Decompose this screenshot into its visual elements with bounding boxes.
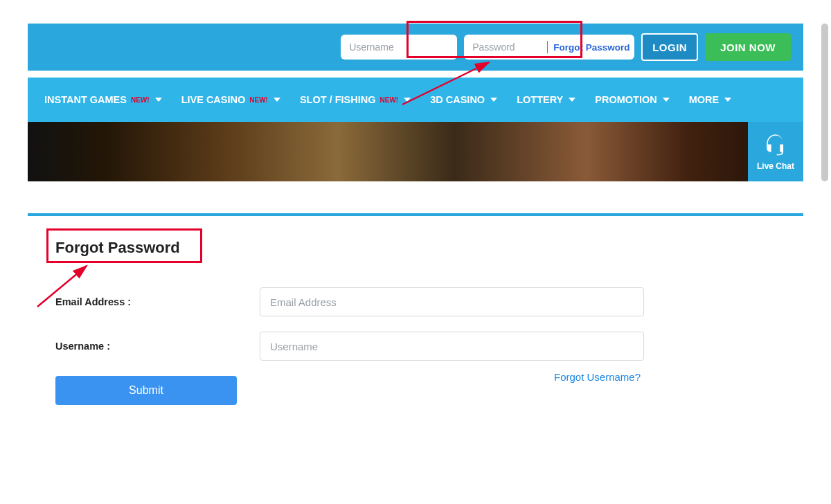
new-badge: NEW! xyxy=(380,96,399,104)
chevron-down-icon xyxy=(663,98,670,102)
nav-label: PROMOTION xyxy=(595,94,656,105)
form-row-email: Email Address : xyxy=(55,287,776,316)
nav-label: SLOT / FISHING xyxy=(300,94,376,105)
nav-label: MORE xyxy=(689,94,720,105)
nav-live-casino[interactable]: LIVE CASINO NEW! xyxy=(181,94,280,105)
nav-label: LIVE CASINO xyxy=(181,94,246,105)
chevron-down-icon xyxy=(569,98,575,102)
username-input[interactable] xyxy=(341,35,457,60)
accent-divider xyxy=(28,213,803,216)
login-button[interactable]: LOGIN xyxy=(641,33,698,61)
form-row-submit: Submit xyxy=(55,376,776,405)
chevron-down-icon xyxy=(490,98,497,102)
nav-slot-fishing[interactable]: SLOT / FISHING NEW! xyxy=(300,94,411,105)
username-form-input[interactable] xyxy=(260,332,644,361)
chevron-down-icon xyxy=(274,98,280,102)
nav-bar: INSTANT GAMES NEW! LIVE CASINO NEW! SLOT… xyxy=(28,78,803,122)
nav-label: 3D CASINO xyxy=(430,94,485,105)
nav-label: INSTANT GAMES xyxy=(44,94,127,105)
nav-3d-casino[interactable]: 3D CASINO xyxy=(430,94,497,105)
username-label: Username : xyxy=(55,341,260,352)
chevron-down-icon xyxy=(724,98,731,102)
nav-promotion[interactable]: PROMOTION xyxy=(595,94,669,105)
forgot-password-form: Email Address : Username : Submit xyxy=(55,287,776,405)
email-label: Email Address : xyxy=(55,296,260,307)
forgot-username-link[interactable]: Forgot Username? xyxy=(554,371,641,383)
live-chat-label: Live Chat xyxy=(757,161,794,171)
live-chat-button[interactable]: Live Chat xyxy=(748,122,803,181)
chevron-down-icon xyxy=(404,98,411,102)
chevron-down-icon xyxy=(155,98,162,102)
submit-button[interactable]: Submit xyxy=(55,376,237,405)
password-input[interactable] xyxy=(472,42,542,53)
form-row-username: Username : xyxy=(55,332,776,361)
nav-more[interactable]: MORE xyxy=(689,94,732,105)
scrollbar-thumb[interactable] xyxy=(821,24,828,181)
top-bar: Forgot Password LOGIN JOIN NOW xyxy=(28,24,803,71)
new-badge: NEW! xyxy=(249,96,268,104)
join-now-button[interactable]: JOIN NOW xyxy=(705,33,791,61)
new-badge: NEW! xyxy=(131,96,150,104)
separator xyxy=(547,41,548,53)
promo-banner xyxy=(28,122,803,181)
email-input[interactable] xyxy=(260,287,644,316)
nav-lottery[interactable]: LOTTERY xyxy=(517,94,575,105)
page-title: Forgot Password xyxy=(55,239,180,257)
nav-label: LOTTERY xyxy=(517,94,563,105)
nav-instant-games[interactable]: INSTANT GAMES NEW! xyxy=(44,94,162,105)
forgot-password-link[interactable]: Forgot Password xyxy=(553,42,629,53)
headset-icon xyxy=(762,132,789,159)
password-wrap: Forgot Password xyxy=(464,35,634,60)
